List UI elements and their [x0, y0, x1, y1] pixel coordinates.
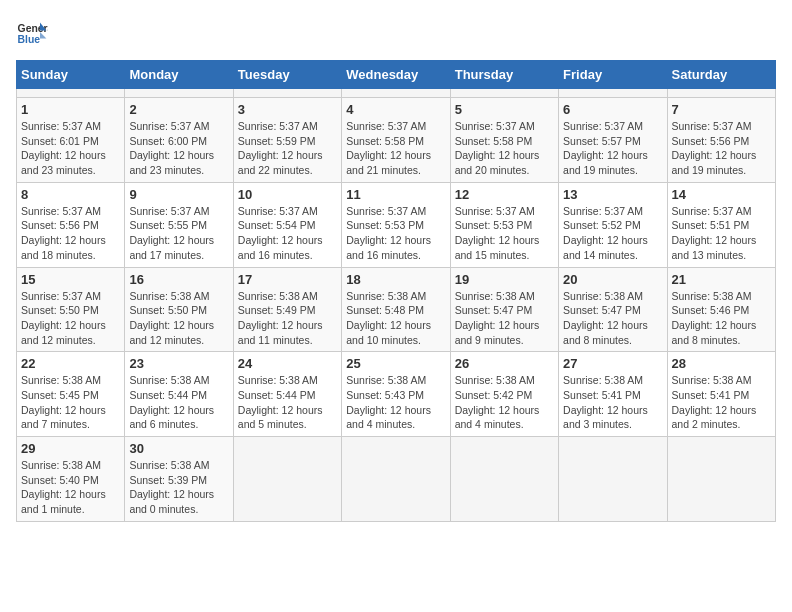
calendar-cell: 7Sunrise: 5:37 AMSunset: 5:56 PMDaylight…: [667, 98, 775, 183]
calendar-week-5: 29Sunrise: 5:38 AMSunset: 5:40 PMDayligh…: [17, 437, 776, 522]
calendar-cell: 9Sunrise: 5:37 AMSunset: 5:55 PMDaylight…: [125, 182, 233, 267]
weekday-header-sunday: Sunday: [17, 61, 125, 89]
calendar-cell: [667, 89, 775, 98]
day-number: 4: [346, 102, 445, 117]
day-info: Sunrise: 5:37 AMSunset: 5:57 PMDaylight:…: [563, 119, 662, 178]
calendar-cell: [17, 89, 125, 98]
day-number: 15: [21, 272, 120, 287]
calendar-cell: 12Sunrise: 5:37 AMSunset: 5:53 PMDayligh…: [450, 182, 558, 267]
weekday-header-saturday: Saturday: [667, 61, 775, 89]
calendar-cell: 25Sunrise: 5:38 AMSunset: 5:43 PMDayligh…: [342, 352, 450, 437]
day-info: Sunrise: 5:37 AMSunset: 5:59 PMDaylight:…: [238, 119, 337, 178]
day-number: 2: [129, 102, 228, 117]
day-info: Sunrise: 5:37 AMSunset: 5:53 PMDaylight:…: [455, 204, 554, 263]
calendar-cell: 2Sunrise: 5:37 AMSunset: 6:00 PMDaylight…: [125, 98, 233, 183]
day-info: Sunrise: 5:38 AMSunset: 5:47 PMDaylight:…: [455, 289, 554, 348]
calendar-cell: [450, 437, 558, 522]
calendar-cell: 11Sunrise: 5:37 AMSunset: 5:53 PMDayligh…: [342, 182, 450, 267]
day-info: Sunrise: 5:38 AMSunset: 5:41 PMDaylight:…: [672, 373, 771, 432]
day-info: Sunrise: 5:38 AMSunset: 5:45 PMDaylight:…: [21, 373, 120, 432]
day-number: 13: [563, 187, 662, 202]
day-info: Sunrise: 5:38 AMSunset: 5:39 PMDaylight:…: [129, 458, 228, 517]
day-number: 23: [129, 356, 228, 371]
calendar-week-4: 22Sunrise: 5:38 AMSunset: 5:45 PMDayligh…: [17, 352, 776, 437]
day-number: 20: [563, 272, 662, 287]
day-number: 29: [21, 441, 120, 456]
day-number: 27: [563, 356, 662, 371]
calendar-header-row: SundayMondayTuesdayWednesdayThursdayFrid…: [17, 61, 776, 89]
calendar-cell: 5Sunrise: 5:37 AMSunset: 5:58 PMDaylight…: [450, 98, 558, 183]
day-info: Sunrise: 5:37 AMSunset: 5:56 PMDaylight:…: [672, 119, 771, 178]
calendar-cell: 20Sunrise: 5:38 AMSunset: 5:47 PMDayligh…: [559, 267, 667, 352]
day-number: 22: [21, 356, 120, 371]
day-number: 5: [455, 102, 554, 117]
day-number: 8: [21, 187, 120, 202]
day-number: 18: [346, 272, 445, 287]
day-number: 19: [455, 272, 554, 287]
calendar-cell: 21Sunrise: 5:38 AMSunset: 5:46 PMDayligh…: [667, 267, 775, 352]
day-number: 28: [672, 356, 771, 371]
day-info: Sunrise: 5:38 AMSunset: 5:46 PMDaylight:…: [672, 289, 771, 348]
day-number: 6: [563, 102, 662, 117]
svg-text:Blue: Blue: [18, 34, 41, 45]
day-number: 11: [346, 187, 445, 202]
weekday-header-tuesday: Tuesday: [233, 61, 341, 89]
day-number: 10: [238, 187, 337, 202]
day-info: Sunrise: 5:38 AMSunset: 5:42 PMDaylight:…: [455, 373, 554, 432]
day-info: Sunrise: 5:38 AMSunset: 5:49 PMDaylight:…: [238, 289, 337, 348]
weekday-header-thursday: Thursday: [450, 61, 558, 89]
day-info: Sunrise: 5:37 AMSunset: 6:00 PMDaylight:…: [129, 119, 228, 178]
logo-icon: General Blue: [16, 16, 48, 48]
day-info: Sunrise: 5:38 AMSunset: 5:48 PMDaylight:…: [346, 289, 445, 348]
day-info: Sunrise: 5:38 AMSunset: 5:43 PMDaylight:…: [346, 373, 445, 432]
day-number: 24: [238, 356, 337, 371]
day-info: Sunrise: 5:38 AMSunset: 5:44 PMDaylight:…: [129, 373, 228, 432]
calendar-cell: [559, 437, 667, 522]
calendar-week-2: 8Sunrise: 5:37 AMSunset: 5:56 PMDaylight…: [17, 182, 776, 267]
day-info: Sunrise: 5:37 AMSunset: 5:55 PMDaylight:…: [129, 204, 228, 263]
calendar-cell: 1Sunrise: 5:37 AMSunset: 6:01 PMDaylight…: [17, 98, 125, 183]
day-number: 14: [672, 187, 771, 202]
calendar-cell: 13Sunrise: 5:37 AMSunset: 5:52 PMDayligh…: [559, 182, 667, 267]
weekday-header-monday: Monday: [125, 61, 233, 89]
calendar: SundayMondayTuesdayWednesdayThursdayFrid…: [16, 60, 776, 522]
header: General Blue: [16, 16, 776, 48]
day-number: 30: [129, 441, 228, 456]
day-info: Sunrise: 5:37 AMSunset: 5:58 PMDaylight:…: [346, 119, 445, 178]
calendar-cell: [667, 437, 775, 522]
calendar-cell: 26Sunrise: 5:38 AMSunset: 5:42 PMDayligh…: [450, 352, 558, 437]
calendar-cell: 10Sunrise: 5:37 AMSunset: 5:54 PMDayligh…: [233, 182, 341, 267]
calendar-cell: 29Sunrise: 5:38 AMSunset: 5:40 PMDayligh…: [17, 437, 125, 522]
calendar-cell: 8Sunrise: 5:37 AMSunset: 5:56 PMDaylight…: [17, 182, 125, 267]
calendar-cell: 3Sunrise: 5:37 AMSunset: 5:59 PMDaylight…: [233, 98, 341, 183]
day-info: Sunrise: 5:38 AMSunset: 5:41 PMDaylight:…: [563, 373, 662, 432]
day-number: 21: [672, 272, 771, 287]
day-info: Sunrise: 5:38 AMSunset: 5:40 PMDaylight:…: [21, 458, 120, 517]
calendar-cell: 23Sunrise: 5:38 AMSunset: 5:44 PMDayligh…: [125, 352, 233, 437]
calendar-cell: 14Sunrise: 5:37 AMSunset: 5:51 PMDayligh…: [667, 182, 775, 267]
calendar-week-1: 1Sunrise: 5:37 AMSunset: 6:01 PMDaylight…: [17, 98, 776, 183]
day-info: Sunrise: 5:37 AMSunset: 5:50 PMDaylight:…: [21, 289, 120, 348]
calendar-cell: 28Sunrise: 5:38 AMSunset: 5:41 PMDayligh…: [667, 352, 775, 437]
day-number: 12: [455, 187, 554, 202]
day-info: Sunrise: 5:37 AMSunset: 6:01 PMDaylight:…: [21, 119, 120, 178]
calendar-cell: [450, 89, 558, 98]
day-info: Sunrise: 5:37 AMSunset: 5:56 PMDaylight:…: [21, 204, 120, 263]
calendar-week-3: 15Sunrise: 5:37 AMSunset: 5:50 PMDayligh…: [17, 267, 776, 352]
calendar-cell: 16Sunrise: 5:38 AMSunset: 5:50 PMDayligh…: [125, 267, 233, 352]
calendar-cell: 22Sunrise: 5:38 AMSunset: 5:45 PMDayligh…: [17, 352, 125, 437]
day-number: 3: [238, 102, 337, 117]
calendar-cell: 27Sunrise: 5:38 AMSunset: 5:41 PMDayligh…: [559, 352, 667, 437]
day-info: Sunrise: 5:38 AMSunset: 5:44 PMDaylight:…: [238, 373, 337, 432]
calendar-cell: [233, 437, 341, 522]
day-number: 16: [129, 272, 228, 287]
calendar-week-0: [17, 89, 776, 98]
day-info: Sunrise: 5:37 AMSunset: 5:53 PMDaylight:…: [346, 204, 445, 263]
day-info: Sunrise: 5:37 AMSunset: 5:51 PMDaylight:…: [672, 204, 771, 263]
day-number: 26: [455, 356, 554, 371]
day-number: 7: [672, 102, 771, 117]
day-number: 25: [346, 356, 445, 371]
calendar-cell: [233, 89, 341, 98]
day-info: Sunrise: 5:37 AMSunset: 5:52 PMDaylight:…: [563, 204, 662, 263]
day-info: Sunrise: 5:37 AMSunset: 5:58 PMDaylight:…: [455, 119, 554, 178]
